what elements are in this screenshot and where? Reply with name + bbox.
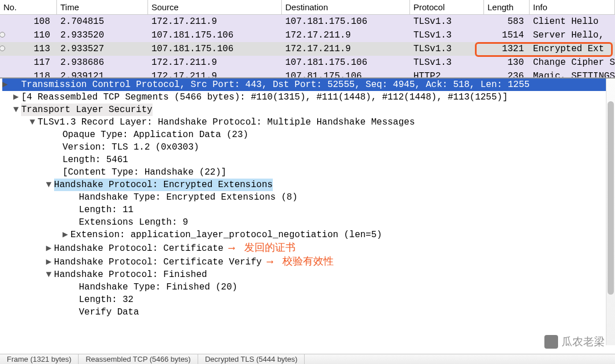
cell-time: 2.938686 [57,56,148,69]
handshake-certificate[interactable]: ▶Handshake Protocol: Certificate ⟶ 发回的证书 [0,241,615,255]
cell-source: 107.181.175.106 [148,28,282,42]
tls-root[interactable]: ▼Transport Layer Security [0,104,615,116]
tab-reassembled-tcp[interactable]: Reassembled TCP (5466 bytes) [79,354,198,365]
cell-no: 113 [0,42,57,56]
packet-row[interactable]: 1172.938686172.17.211.9107.181.175.106TL… [0,56,615,69]
tls-opaque-type[interactable]: Opaque Type: Application Data (23) [0,129,615,141]
cell-info: Server Hello, [530,28,615,42]
cell-source: 172.17.211.9 [148,56,282,69]
cell-source: 107.181.175.106 [148,42,282,56]
tab-decrypted-tls[interactable]: Decrypted TLS (5444 bytes) [198,354,305,365]
ee-length[interactable]: Length: 11 [0,204,615,216]
scrollbar-thumb[interactable] [608,101,614,295]
cell-destination: 107.181.175.106 [282,15,410,28]
cell-destination: 107.81.175.106 [282,69,410,77]
handshake-finished[interactable]: ▼Handshake Protocol: Finished [0,268,615,281]
cell-source: 172.17.211.9 [148,15,282,28]
tls-content-type[interactable]: [Content Type: Handshake (22)] [0,166,615,179]
cell-protocol: TLSv1.3 [410,28,484,42]
packet-list-header: No. Time Source Destination Protocol Len… [0,0,615,15]
tcp-summary[interactable]: ▶ Transmission Control Protocol, Src Por… [0,78,615,91]
col-info[interactable]: Info [530,0,615,14]
tls-record[interactable]: ▼TLSv1.3 Record Layer: Handshake Protoco… [0,116,615,129]
watermark-text: 瓜农老梁 [561,334,605,349]
packet-row[interactable]: 1132.933527107.181.175.106172.17.211.9TL… [0,42,615,56]
cell-length: 583 [484,15,530,28]
cell-time: 2.939121 [57,69,148,77]
cell-info: Encrypted Ext [530,42,615,56]
cell-protocol: TLSv1.3 [410,56,484,69]
cell-protocol: HTTP2 [410,69,484,77]
cell-info: Magic, SETTINGS [530,69,615,77]
handshake-encrypted-extensions[interactable]: ▼Handshake Protocol: Encrypted Extension… [0,179,615,191]
cell-info: Change Cipher S [530,56,615,69]
finished-verify-data[interactable]: Verify Data [0,306,615,318]
cell-info: Client Hello [530,15,615,28]
col-source[interactable]: Source [148,0,282,14]
arrow-icon: ⟶ [267,257,272,267]
byte-view-tabs: Frame (1321 bytes) Reassembled TCP (5466… [0,354,615,364]
packet-row[interactable]: 1082.704815172.17.211.9107.181.175.106TL… [0,15,615,28]
cell-time: 2.933520 [57,28,148,42]
arrow-icon: ⟶ [229,243,233,254]
reassembled-segments[interactable]: ▶[4 Reassembled TCP Segments (5466 bytes… [0,91,615,104]
packet-details-pane[interactable]: ▶ Transmission Control Protocol, Src Por… [0,78,615,345]
ee-extensions-length[interactable]: Extensions Length: 9 [0,216,615,229]
tab-frame[interactable]: Frame (1321 bytes) [0,354,79,365]
cell-destination: 107.181.175.106 [282,56,410,69]
col-length[interactable]: Length [484,0,530,14]
tls-version[interactable]: Version: TLS 1.2 (0x0303) [0,141,615,154]
packet-list-pane: No. Time Source Destination Protocol Len… [0,0,615,78]
cell-no: 117 [0,56,57,69]
ee-handshake-type[interactable]: Handshake Type: Encrypted Extensions (8) [0,191,615,204]
col-protocol[interactable]: Protocol [410,0,484,14]
details-scrollbar[interactable] [606,78,615,345]
watermark-icon [544,335,558,349]
cell-no: 118 [0,69,57,77]
col-no[interactable]: No. [0,0,57,14]
cell-length: 1321 [484,42,530,56]
annotation-certificate: 发回的证书 [244,242,296,253]
cell-length: 130 [484,56,530,69]
finished-handshake-type[interactable]: Handshake Type: Finished (20) [0,281,615,293]
annotation-cert-verify: 校验有效性 [282,255,334,267]
cell-source: 172.17.211.9 [148,69,282,77]
ee-extension-alpn[interactable]: ▶Extension: application_layer_protocol_n… [0,229,615,241]
cell-time: 2.933527 [57,42,148,56]
packet-row[interactable]: 1102.933520107.181.175.106172.17.211.9TL… [0,28,615,42]
cell-time: 2.704815 [57,15,148,28]
tls-length[interactable]: Length: 5461 [0,154,615,166]
packet-row[interactable]: 1182.939121172.17.211.9107.81.175.106HTT… [0,69,615,77]
watermark: 瓜农老梁 [544,334,605,349]
cell-destination: 172.17.211.9 [282,28,410,42]
cell-length: 236 [484,69,530,77]
col-destination[interactable]: Destination [282,0,410,14]
cell-no: 108 [0,15,57,28]
col-time[interactable]: Time [57,0,148,14]
cell-protocol: TLSv1.3 [410,42,484,56]
handshake-certificate-verify[interactable]: ▶Handshake Protocol: Certificate Verify … [0,255,615,268]
cell-no: 110 [0,28,57,42]
finished-length[interactable]: Length: 32 [0,293,615,306]
cell-protocol: TLSv1.3 [410,15,484,28]
cell-destination: 172.17.211.9 [282,42,410,56]
cell-length: 1514 [484,28,530,42]
